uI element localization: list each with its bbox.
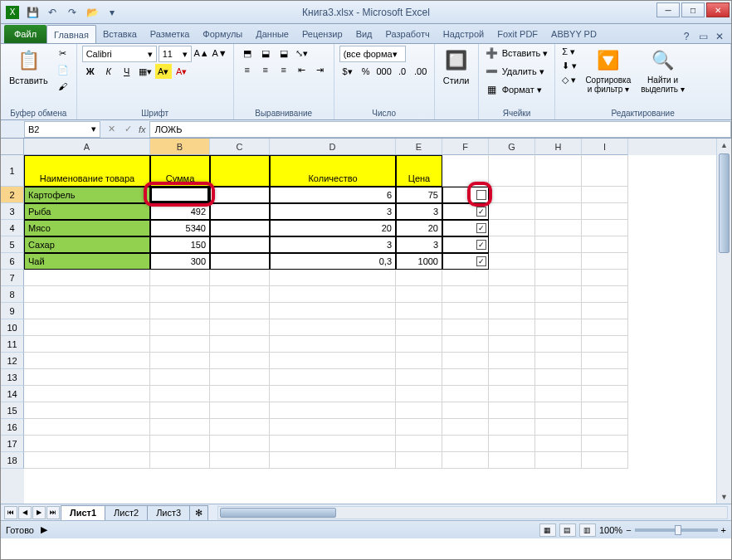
- cell[interactable]: [396, 452, 442, 469]
- scroll-down-arrow[interactable]: ▼: [717, 490, 731, 504]
- cell-sum-4[interactable]: 300: [150, 253, 210, 270]
- cell[interactable]: [150, 369, 210, 386]
- cell[interactable]: [396, 353, 442, 369]
- cell[interactable]: [270, 419, 396, 436]
- cell[interactable]: [582, 386, 628, 402]
- cell[interactable]: [150, 336, 210, 353]
- cell[interactable]: [582, 270, 628, 286]
- cell[interactable]: [442, 386, 489, 402]
- cell[interactable]: [396, 286, 442, 303]
- cell[interactable]: [396, 336, 442, 353]
- cell[interactable]: [24, 270, 150, 286]
- cell[interactable]: [442, 419, 489, 436]
- header-name[interactable]: Наименование товара: [24, 155, 150, 187]
- cell[interactable]: [535, 236, 582, 253]
- doc-close-icon[interactable]: ✕: [713, 30, 726, 43]
- cell[interactable]: [489, 203, 535, 220]
- cell-name-2[interactable]: Мясо: [24, 220, 150, 236]
- qat-redo[interactable]: ↷: [64, 4, 81, 21]
- cell[interactable]: [270, 270, 396, 286]
- minimize-button[interactable]: ─: [656, 2, 680, 17]
- header-qty[interactable]: Количество: [270, 155, 396, 187]
- tab-Вид[interactable]: Вид: [349, 25, 379, 43]
- cell[interactable]: [442, 155, 489, 187]
- cell[interactable]: [396, 436, 442, 452]
- cell[interactable]: [489, 270, 535, 286]
- align-left[interactable]: ≡: [239, 62, 256, 77]
- header-c[interactable]: [210, 155, 270, 187]
- cell-c-4[interactable]: [210, 253, 270, 270]
- sheet-tab-Лист3[interactable]: Лист3: [147, 505, 190, 520]
- fill-button[interactable]: ⬇ ▾: [560, 60, 578, 72]
- cell-qty-4[interactable]: 0,3: [270, 253, 396, 270]
- font-size-combo[interactable]: 11▾: [159, 46, 192, 62]
- row-header-11[interactable]: 11: [1, 336, 24, 353]
- align-top[interactable]: ⬒: [239, 46, 256, 61]
- cell-sum-3[interactable]: 150: [150, 236, 210, 253]
- cell[interactable]: [535, 286, 582, 303]
- cell-qty-0[interactable]: 6: [270, 187, 396, 203]
- cell[interactable]: [442, 353, 489, 369]
- cut-button[interactable]: ✂: [55, 46, 71, 61]
- cell-c-2[interactable]: [210, 220, 270, 236]
- cell[interactable]: [210, 270, 270, 286]
- tab-file[interactable]: Файл: [4, 25, 46, 43]
- row-header-1[interactable]: 1: [1, 155, 24, 187]
- cell[interactable]: [489, 220, 535, 236]
- bold-button[interactable]: Ж: [82, 64, 99, 79]
- cell[interactable]: [150, 303, 210, 319]
- cell[interactable]: [489, 319, 535, 336]
- format-cells[interactable]: ▦Формат ▾: [484, 82, 544, 97]
- cell[interactable]: [582, 303, 628, 319]
- cell-price-1[interactable]: 3: [396, 203, 442, 220]
- col-header-H[interactable]: H: [535, 139, 582, 155]
- row-header-15[interactable]: 15: [1, 402, 24, 419]
- col-header-A[interactable]: A: [24, 139, 150, 155]
- enter-icon[interactable]: ✓: [120, 122, 135, 137]
- cell[interactable]: [442, 336, 489, 353]
- row-header-17[interactable]: 17: [1, 436, 24, 452]
- vscroll-thumb[interactable]: [719, 153, 730, 253]
- cell-c-1[interactable]: [210, 203, 270, 220]
- cell-price-0[interactable]: 75: [396, 187, 442, 203]
- qat-undo[interactable]: ↶: [44, 4, 61, 21]
- autosum[interactable]: Σ ▾: [560, 46, 578, 58]
- cell[interactable]: [535, 203, 582, 220]
- cell[interactable]: [489, 452, 535, 469]
- cell[interactable]: [489, 187, 535, 203]
- new-sheet-button[interactable]: ✻: [189, 505, 208, 520]
- orientation[interactable]: ⤡▾: [294, 46, 310, 61]
- row-header-13[interactable]: 13: [1, 369, 24, 386]
- cell[interactable]: [396, 402, 442, 419]
- sheet-nav-first[interactable]: ⏮: [4, 506, 17, 519]
- cell[interactable]: [210, 436, 270, 452]
- cell[interactable]: [489, 386, 535, 402]
- align-center[interactable]: ≡: [257, 62, 274, 77]
- tab-ABBYY PD[interactable]: ABBYY PD: [544, 25, 603, 43]
- tab-Рецензир[interactable]: Рецензир: [295, 25, 349, 43]
- cell[interactable]: [210, 353, 270, 369]
- cell[interactable]: [210, 402, 270, 419]
- cell[interactable]: [270, 452, 396, 469]
- tab-Вставка[interactable]: Вставка: [96, 25, 144, 43]
- zoom-in[interactable]: +: [721, 525, 726, 535]
- checkbox-0[interactable]: [476, 190, 486, 200]
- cell[interactable]: [582, 203, 628, 220]
- cell[interactable]: [535, 436, 582, 452]
- cell[interactable]: [150, 436, 210, 452]
- cell-chk-3[interactable]: ✓: [442, 236, 489, 253]
- cell[interactable]: [582, 369, 628, 386]
- cell[interactable]: [535, 220, 582, 236]
- cell[interactable]: [396, 386, 442, 402]
- copy-button[interactable]: 📄: [55, 62, 71, 77]
- cell[interactable]: [582, 336, 628, 353]
- cell[interactable]: [396, 270, 442, 286]
- cell[interactable]: [396, 319, 442, 336]
- cell[interactable]: [582, 353, 628, 369]
- cell[interactable]: [535, 452, 582, 469]
- checkbox-3[interactable]: ✓: [476, 240, 486, 250]
- cell[interactable]: [489, 402, 535, 419]
- select-all-corner[interactable]: [1, 139, 24, 155]
- cell[interactable]: [442, 303, 489, 319]
- cell-name-0[interactable]: Картофель: [24, 187, 150, 203]
